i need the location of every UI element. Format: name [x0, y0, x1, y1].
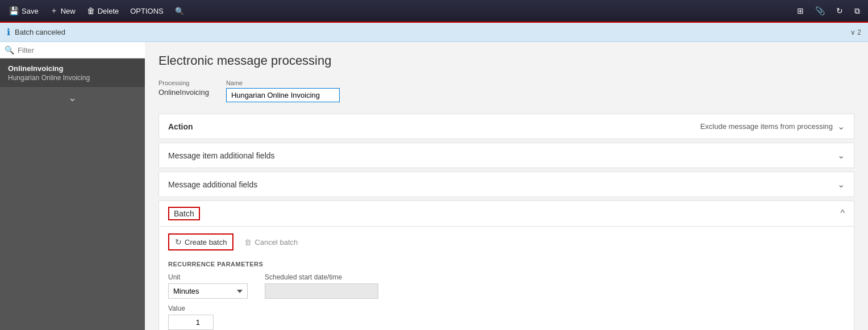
batch-title: Batch	[168, 207, 200, 220]
batch-section: Batch ^ ↻ Create batch 🗑 Cancel batch	[158, 200, 854, 330]
message-accordion: Message additional fields ⌄	[158, 172, 854, 197]
cancel-batch-icon: 🗑	[244, 238, 252, 247]
action-chevron-down-icon: ⌄	[837, 121, 845, 132]
action-accordion-title: Action	[168, 122, 193, 131]
create-batch-icon: ↻	[175, 237, 182, 247]
action-accordion: Action Exclude message items from proces…	[158, 114, 854, 139]
recurrence-label: RECURRENCE PARAMETERS	[168, 261, 845, 268]
sidebar-item-subtitle: Hungarian Online Invoicing	[8, 74, 137, 82]
sidebar-filter-container: 🔍	[0, 42, 145, 59]
window-icon[interactable]: ⧉	[851, 4, 863, 18]
attachment-icon: 📎	[812, 4, 828, 18]
content-area: Electronic message processing Processing…	[145, 42, 868, 330]
filter-search-icon: 🔍	[5, 45, 14, 55]
message-item-accordion: Message item additional fields ⌄	[158, 143, 854, 168]
batch-content: ↻ Create batch 🗑 Cancel batch RECURRENCE…	[159, 227, 854, 330]
notification-left: ℹ Batch canceled	[7, 27, 65, 37]
value-row: Value	[168, 304, 845, 330]
action-accordion-header[interactable]: Action Exclude message items from proces…	[159, 114, 854, 139]
page-title: Electronic message processing	[158, 53, 854, 68]
scheduled-field-group: Scheduled start date/time	[265, 273, 378, 299]
create-batch-button[interactable]: ↻ Create batch	[168, 233, 233, 250]
form-top: Processing OnlineInvoicing Name	[158, 80, 854, 102]
save-icon: 💾	[9, 6, 19, 15]
unit-field-group: Unit Minutes Hours Days Weeks Months	[168, 273, 248, 299]
main-layout: 🔍 OnlineInvoicing Hungarian Online Invoi…	[0, 42, 868, 330]
sidebar-scroll-down[interactable]: ⌄	[0, 88, 145, 107]
sidebar: 🔍 OnlineInvoicing Hungarian Online Invoi…	[0, 42, 145, 330]
message-accordion-title: Message additional fields	[168, 180, 257, 189]
notification-bar: ℹ Batch canceled ∨ 2	[0, 23, 868, 42]
batch-header[interactable]: Batch ^	[159, 201, 854, 226]
value-label: Value	[168, 304, 845, 312]
search-icon: 🔍	[175, 7, 184, 15]
notification-count[interactable]: ∨ 2	[850, 28, 861, 36]
sidebar-item-online-invoicing[interactable]: OnlineInvoicing Hungarian Online Invoici…	[0, 59, 145, 88]
delete-icon: 🗑	[87, 6, 95, 15]
message-accordion-header[interactable]: Message additional fields ⌄	[159, 172, 854, 197]
message-item-accordion-title: Message item additional fields	[168, 151, 275, 160]
name-field: Name	[226, 80, 340, 102]
message-chevron-down-icon: ⌄	[837, 179, 845, 190]
message-item-chevron-down-icon: ⌄	[837, 150, 845, 161]
office-icon: ⊞	[794, 4, 807, 18]
unit-label: Unit	[168, 273, 248, 281]
batch-title-wrapper: Batch	[168, 207, 200, 220]
action-exclude-text: Exclude message items from processing	[700, 122, 833, 131]
name-input[interactable]	[226, 88, 340, 102]
cancel-batch-button[interactable]: 🗑 Cancel batch	[238, 235, 304, 250]
name-label: Name	[226, 80, 340, 86]
batch-actions: ↻ Create batch 🗑 Cancel batch	[168, 233, 845, 250]
filter-input[interactable]	[18, 46, 140, 55]
toolbar: 💾 Save ＋ New 🗑 Delete OPTIONS 🔍 ⊞ 📎 ↻ ⧉	[0, 0, 868, 23]
processing-label: Processing	[158, 80, 209, 86]
value-field-group: Value	[168, 304, 845, 330]
toolbar-right: ⊞ 📎 ↻ ⧉	[794, 4, 863, 18]
scheduled-label: Scheduled start date/time	[265, 273, 378, 281]
save-button[interactable]: 💾 Save	[5, 2, 43, 20]
processing-field: Processing OnlineInvoicing	[158, 80, 209, 102]
delete-button[interactable]: 🗑 Delete	[82, 2, 124, 20]
new-icon: ＋	[50, 6, 58, 16]
search-button[interactable]: 🔍	[170, 2, 189, 20]
notification-text: Batch canceled	[15, 28, 65, 36]
scheduled-input[interactable]	[265, 283, 378, 299]
message-item-accordion-header[interactable]: Message item additional fields ⌄	[159, 143, 854, 168]
sidebar-item-title: OnlineInvoicing	[8, 64, 137, 73]
options-button[interactable]: OPTIONS	[126, 2, 168, 20]
unit-select[interactable]: Minutes Hours Days Weeks Months	[168, 283, 248, 299]
recurrence-row: Unit Minutes Hours Days Weeks Months Sch…	[168, 273, 845, 299]
info-icon: ℹ	[7, 27, 10, 37]
refresh-icon[interactable]: ↻	[833, 4, 846, 18]
processing-value: OnlineInvoicing	[158, 88, 209, 97]
batch-chevron-up-icon: ^	[840, 208, 845, 219]
value-input[interactable]	[168, 315, 214, 330]
new-button[interactable]: ＋ New	[45, 2, 80, 20]
action-accordion-right: Exclude message items from processing ⌄	[700, 121, 845, 132]
